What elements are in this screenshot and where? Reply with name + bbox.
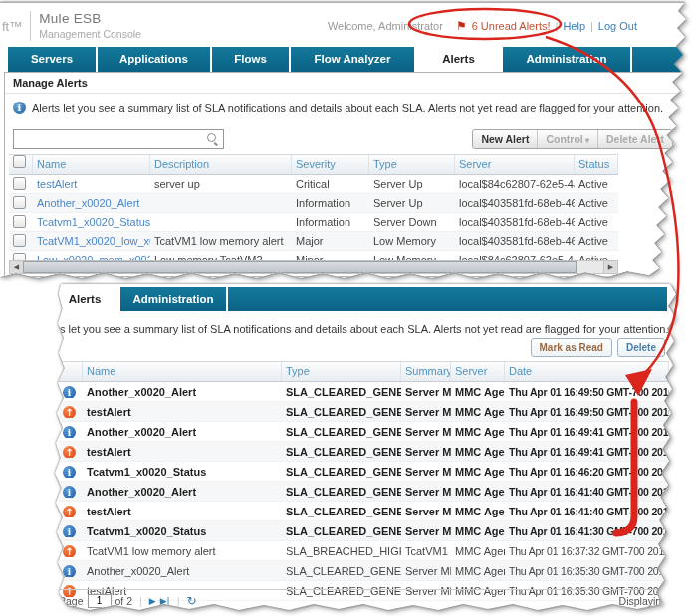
- alert-row[interactable]: Another_x0020_Alert SLA_CLEARED_GENERIC …: [59, 422, 669, 442]
- cell-summary: Server M: [401, 486, 451, 498]
- table-row[interactable]: Tcatvm1_x0020_Status Information Server …: [9, 213, 618, 232]
- alert-row[interactable]: Another_x0020_Alert SLA_CLEARED_GENERIC …: [59, 561, 669, 581]
- alert-name-link[interactable]: testAlert: [33, 178, 150, 190]
- mark-as-read-button[interactable]: Mark as Read: [531, 338, 612, 357]
- column-header-type[interactable]: Type: [369, 155, 455, 174]
- cell-date: Thu Apr 01 16:41:40 GMT-700 2010: [505, 486, 669, 498]
- column-header-name[interactable]: Name: [33, 155, 150, 174]
- next-page-button[interactable]: [149, 596, 156, 606]
- new-alert-button[interactable]: New Alert: [473, 130, 537, 148]
- logout-link[interactable]: Log Out: [598, 20, 637, 32]
- alert-name-link[interactable]: Another_x0020_Alert: [33, 197, 150, 209]
- table-row[interactable]: TcatVM1_x0020_low_x0020_ TcatVM1 low mem…: [9, 232, 618, 251]
- icon-cell: [59, 485, 83, 498]
- cell-type: SLA_CLEARED_GENERIC: [282, 466, 401, 478]
- delete-button[interactable]: Delete: [617, 338, 665, 357]
- tab-servers[interactable]: Servers: [8, 47, 96, 72]
- scroll-left-button[interactable]: ◀: [10, 261, 24, 273]
- column-header-server[interactable]: Server: [455, 155, 575, 174]
- brand-logo: ft™ Mule ESB Management Console: [2, 11, 141, 41]
- search-icon[interactable]: [207, 133, 216, 142]
- cell-name: Tcatvm1_x0020_Status: [83, 466, 282, 478]
- row-checkbox[interactable]: [13, 234, 26, 247]
- cell-name: Another_x0020_Alert: [83, 426, 282, 438]
- tab-administration[interactable]: Administration: [120, 287, 226, 311]
- control-dropdown-button[interactable]: Control: [537, 130, 597, 148]
- alert-status-icon: [63, 525, 76, 537]
- header-checkbox-cell: [9, 155, 33, 174]
- scroll-right-button[interactable]: ▶: [603, 261, 617, 273]
- tab-alerts[interactable]: Alerts: [416, 47, 501, 72]
- alert-row[interactable]: TcatVM1 low memory alert SLA_BREACHED_HI…: [59, 541, 669, 561]
- cell-server: MMC Agent: [451, 525, 505, 537]
- alert-name-link[interactable]: TcatVM1_x0020_low_x0020_: [33, 235, 150, 247]
- column-header-date[interactable]: Date: [505, 362, 669, 381]
- cell-name: testAlert: [83, 446, 282, 458]
- alert-row[interactable]: testAlert SLA_CLEARED_GENERIC Server M M…: [59, 502, 669, 521]
- row-checkbox[interactable]: [13, 196, 26, 209]
- alert-row[interactable]: Another_x0020_Alert SLA_CLEARED_GENERIC …: [59, 482, 669, 502]
- user-bar: Welcome, Administrator ⚑ 6 Unread Alerts…: [328, 19, 637, 33]
- cell-server: MMC Agent: [451, 486, 505, 498]
- divider: |: [139, 595, 142, 607]
- screenshot-top-wrapper: ft™ Mule ESB Management Console Welcome,…: [0, 2, 689, 281]
- row-checkbox[interactable]: [13, 215, 26, 228]
- column-header-status[interactable]: Status: [575, 155, 618, 174]
- cell-date: Thu Apr 01 16:41:40 GMT-700 2010: [505, 506, 669, 517]
- cell-date: Thu Apr 01 16:35:30 GMT-700 2010: [505, 565, 669, 577]
- cell-description: server up: [150, 178, 292, 190]
- alert-row[interactable]: Tcatvm1_x0020_Status SLA_CLEARED_GENERIC…: [59, 462, 669, 482]
- table-header-row: Name Description Severity Type Server St…: [9, 154, 618, 175]
- cell-status: Active: [575, 235, 618, 247]
- cell-summary: Server M: [401, 525, 451, 537]
- cell-type: SLA_CLEARED_GENERIC: [282, 525, 401, 537]
- cell-type: SLA_CLEARED_GENERIC: [282, 386, 401, 398]
- tab-flows[interactable]: Flows: [212, 47, 289, 72]
- table-row[interactable]: testAlert server up Critical Server Up l…: [9, 175, 618, 194]
- alert-status-icon: [63, 406, 76, 418]
- last-page-button[interactable]: [160, 596, 170, 606]
- row-checkbox[interactable]: [13, 177, 26, 190]
- delete-alert-button[interactable]: Delete Alert: [597, 130, 672, 148]
- table-row[interactable]: Another_x0020_Alert Information Server U…: [9, 194, 618, 213]
- column-header-summary[interactable]: Summary: [401, 362, 451, 381]
- cell-summary: TcatVM1 k: [401, 545, 451, 557]
- alert-name-link[interactable]: Tcatvm1_x0020_Status: [33, 216, 150, 228]
- info-text: ts let you see a summary list of SLA not…: [57, 323, 669, 335]
- select-all-checkbox[interactable]: [13, 155, 26, 168]
- cell-summary: Server M: [401, 466, 451, 478]
- screenshot-bottom-wrapper: Alerts Administration ts let you see a s…: [55, 282, 677, 614]
- tab-alerts[interactable]: Alerts: [51, 287, 118, 311]
- manage-alerts-table: Name Description Severity Type Server St…: [9, 154, 618, 270]
- column-header-description[interactable]: Description: [150, 155, 292, 174]
- welcome-text: Welcome, Administrator: [328, 20, 443, 32]
- alert-row[interactable]: testAlert SLA_CLEARED_GENERIC Server M M…: [59, 442, 669, 462]
- column-header-severity[interactable]: Severity: [292, 155, 369, 174]
- alerts-toolbar-row: New Alert Control Delete Alert: [5, 128, 681, 152]
- cell-server: MMC Agent -: [451, 565, 505, 577]
- column-header-name[interactable]: Name: [83, 362, 282, 381]
- alert-action-buttons: New Alert Control Delete Alert: [472, 129, 673, 149]
- cell-date: Thu Apr 01 16:37:32 GMT-700 2010: [505, 545, 669, 557]
- tab-flow-analyzer[interactable]: Flow Analyzer: [291, 47, 414, 72]
- page-number-input[interactable]: [88, 594, 112, 608]
- tab-applications[interactable]: Applications: [98, 47, 210, 72]
- cell-status: Active: [575, 216, 618, 228]
- alert-row[interactable]: testAlert SLA_CLEARED_GENERIC Server M M…: [59, 402, 669, 422]
- scrollbar-thumb[interactable]: [23, 261, 577, 273]
- info-banner: Alerts let you see a summary list of SLA…: [13, 102, 663, 114]
- unread-alerts-link[interactable]: 6 Unread Alerts!: [472, 20, 551, 32]
- alert-row[interactable]: Another_x0020_Alert SLA_CLEARED_GENERIC …: [59, 382, 669, 402]
- cell-type: SLA_BREACHED_HIGH: [282, 545, 401, 557]
- search-input[interactable]: [13, 129, 224, 149]
- icon-cell: [59, 524, 83, 537]
- cell-server: local$403581fd-68eb-469c-a: [455, 197, 575, 209]
- column-header-server[interactable]: Server: [451, 362, 505, 381]
- help-link[interactable]: Help: [563, 20, 585, 32]
- tab-administration[interactable]: Administration: [503, 47, 630, 72]
- cell-name: TcatVM1 low memory alert: [83, 545, 282, 557]
- alert-row[interactable]: Tcatvm1_x0020_Status SLA_CLEARED_GENERIC…: [59, 521, 669, 541]
- refresh-button[interactable]: [186, 594, 196, 608]
- horizontal-scrollbar[interactable]: ◀ ▶: [9, 260, 618, 274]
- column-header-type[interactable]: Type: [282, 362, 401, 381]
